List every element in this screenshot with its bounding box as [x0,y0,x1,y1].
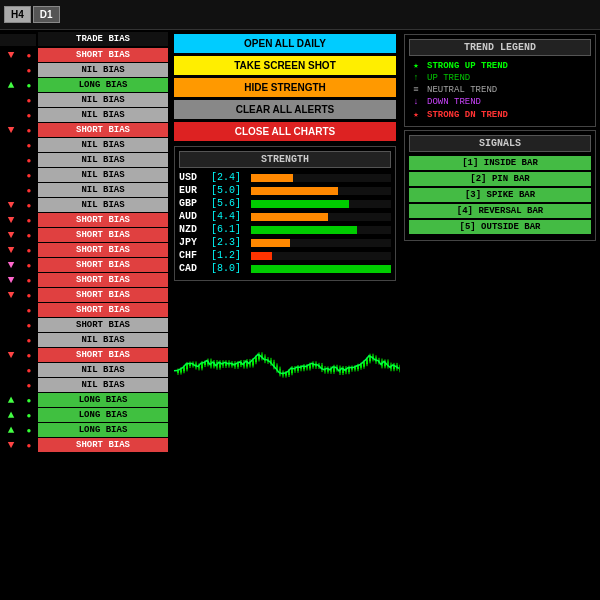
trend-strong-up-item: ★ STRONG UP TREND [409,60,591,71]
dot-27: ● [27,438,32,452]
trend-legend-title: TREND LEGEND [409,39,591,56]
neutral-trend-label: NEUTRAL TREND [427,85,497,95]
bias-item-17: SHORT BIAS [38,288,168,302]
arrow-column: ▼ ▼ ▲ · · ▼ · · · · ▼ ▼ ▼ ▼ ▼ ▼ ▼ · · · [0,30,22,600]
bias-item-6: SHORT BIAS [38,123,168,137]
arrow-27: ▼ [8,438,15,452]
arrow-22: · [8,363,15,377]
dot-18: ● [27,303,32,317]
dot-12: ● [27,213,32,227]
arrow-18: · [8,303,15,317]
arrow-23: · [8,378,15,392]
bias-item-16: SHORT BIAS [38,273,168,287]
dot-8: ● [27,153,32,167]
arrow-20: · [8,333,15,347]
clear-all-alerts-button[interactable]: CLEAR ALL ALERTS [174,100,396,119]
dot-6: ● [27,123,32,137]
arrow-25: ▲ [8,408,15,422]
arrow-3: ▲ [8,78,15,92]
dot-7: ● [27,138,32,152]
currency-nzd: NZD [179,224,207,235]
bias-column: TRADE BIAS SHORT BIAS NIL BIAS LONG BIAS… [36,30,170,600]
signal-3[interactable]: [3] SPIKE BAR [409,188,591,202]
signals-section: SIGNALS [1] INSIDE BAR [2] PIN BAR [3] S… [404,130,596,241]
signal-1[interactable]: [1] INSIDE BAR [409,156,591,170]
close-all-charts-button[interactable]: CLOSE ALL CHARTS [174,122,396,141]
dot-23: ● [27,378,32,392]
main-layout: ▼ ▼ ▲ · · ▼ · · · · ▼ ▼ ▼ ▼ ▼ ▼ ▼ · · · [0,30,600,600]
strong-up-label: STRONG UP TREND [427,61,508,71]
arrow-14: ▼ [8,243,15,257]
up-trend-icon: ↑ [409,73,423,83]
currency-jpy: JPY [179,237,207,248]
tf-h4-button[interactable]: H4 [4,6,31,23]
dot-24: ● [27,393,32,407]
dot-column: ● ● ● ● ● ● ● ● ● ● ● ● ● ● ● ● ● ● ● ● [22,30,36,600]
arrow-12: ▼ [8,213,15,227]
bias-item-2: NIL BIAS [38,63,168,77]
signal-5[interactable]: [5] OUTSIDE BAR [409,220,591,234]
bias-item-26: LONG BIAS [38,423,168,437]
dot-header [22,34,36,46]
value-jpy: [2.3] [211,237,247,248]
bias-item-14: SHORT BIAS [38,243,168,257]
bias-item-5: NIL BIAS [38,108,168,122]
strength-section: STRENGTH USD [2.4] EUR [5.0] GBP [5.6 [174,146,396,281]
value-aud: [4.4] [211,211,247,222]
trend-neutral-item: ≡ NEUTRAL TREND [409,85,591,95]
bar-nzd [251,226,391,234]
bar-jpy [251,239,391,247]
bias-item-15: SHORT BIAS [38,258,168,272]
bias-item-20: NIL BIAS [38,333,168,347]
signal-4[interactable]: [4] REVERSAL BAR [409,204,591,218]
dot-10: ● [27,183,32,197]
dot-21: ● [27,348,32,362]
neutral-trend-icon: ≡ [409,85,423,95]
strength-title: STRENGTH [179,151,391,168]
timeframe-group: H4 D1 [0,0,64,29]
hide-strength-button[interactable]: HIDE STRENGTH [174,78,396,97]
arrow-26: ▲ [8,423,15,437]
dot-3: ● [27,78,32,92]
arrow-header [0,34,22,46]
dot-14: ● [27,243,32,257]
arrow-2: ▼ [8,63,15,77]
bias-item-11: NIL BIAS [38,198,168,212]
strong-up-icon: ★ [409,60,423,71]
value-cad: [8.0] [211,263,247,274]
tf-d1-button[interactable]: D1 [33,6,60,23]
dot-1: ● [27,48,32,62]
strong-dn-label: STRONG DN TREND [427,110,508,120]
arrow-1: ▼ [8,48,15,62]
bar-cad [251,265,391,273]
take-screenshot-button[interactable]: TAKE SCREEN SHOT [174,56,396,75]
dot-4: ● [27,93,32,107]
currency-chf: CHF [179,250,207,261]
currency-cad: CAD [179,263,207,274]
arrow-15: ▼ [8,258,15,272]
bias-item-7: NIL BIAS [38,138,168,152]
strength-row-chf: CHF [1.2] [179,250,391,261]
strength-row-usd: USD [2.4] [179,172,391,183]
arrow-19: · [8,318,15,332]
bias-item-13: SHORT BIAS [38,228,168,242]
trade-bias-header: TRADE BIAS [38,32,168,46]
up-trend-label: UP TREND [427,73,470,83]
arrow-5: · [8,108,15,122]
bias-item-23: NIL BIAS [38,378,168,392]
down-trend-icon: ↓ [409,97,423,107]
arrow-9: · [8,168,15,182]
down-trend-label: DOWN TREND [427,97,481,107]
arrow-11: ▼ [8,198,15,212]
currency-eur: EUR [179,185,207,196]
dot-16: ● [27,273,32,287]
dot-13: ● [27,228,32,242]
signal-2[interactable]: [2] PIN BAR [409,172,591,186]
arrow-16: ▼ [8,273,15,287]
currency-usd: USD [179,172,207,183]
strength-row-cad: CAD [8.0] [179,263,391,274]
currency-aud: AUD [179,211,207,222]
arrow-13: ▼ [8,228,15,242]
open-all-daily-button[interactable]: OPEN ALL DAILY [174,34,396,53]
value-eur: [5.0] [211,185,247,196]
